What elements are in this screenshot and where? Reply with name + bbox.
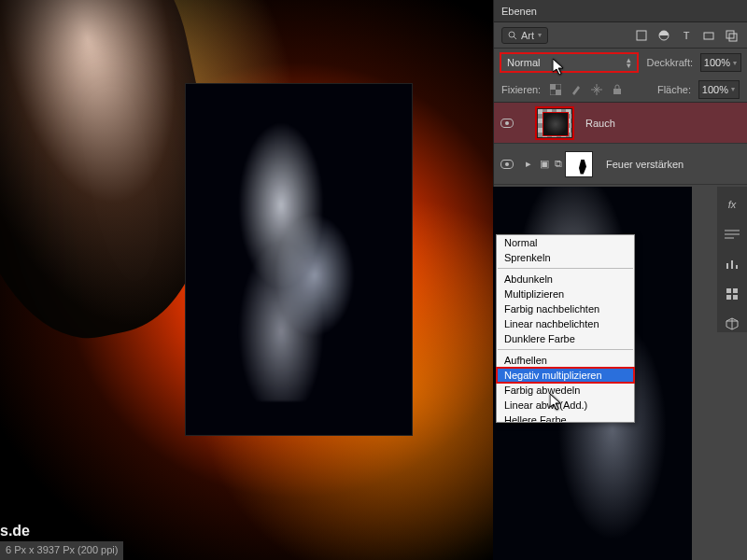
opacity-value: 100% xyxy=(704,57,730,68)
filter-type-dropdown[interactable]: Art ▾ xyxy=(501,27,548,44)
status-text: 6 Px x 3937 Px (200 ppi) xyxy=(6,544,118,555)
link-icon: ⧉ xyxy=(552,158,565,170)
opacity-input[interactable]: 100% ▾ xyxy=(700,53,741,72)
layer-name[interactable]: Feuer verstärken xyxy=(606,159,684,170)
svg-rect-5 xyxy=(726,31,734,38)
visibility-toggle[interactable] xyxy=(500,119,514,128)
layer-thumbnail[interactable] xyxy=(537,108,572,138)
svg-rect-9 xyxy=(556,90,561,95)
panel-tabbar: Ebenen xyxy=(494,0,747,22)
filter-smart-icon[interactable] xyxy=(723,27,740,44)
svg-line-1 xyxy=(514,36,516,39)
smoke-layer-placed[interactable] xyxy=(185,83,413,436)
filter-adjust-icon[interactable] xyxy=(655,27,672,44)
fill-value: 100% xyxy=(702,84,728,95)
fill-input[interactable]: 100% ▾ xyxy=(698,80,740,99)
opacity-label: Deckkraft: xyxy=(646,57,693,68)
blend-option[interactable]: Negativ multiplizieren xyxy=(497,368,634,383)
layer-list: Rauch ▸ ▣ ⧉ Feuer verstärken xyxy=(494,103,747,185)
svg-rect-15 xyxy=(733,288,738,293)
folder-icon: ▣ xyxy=(537,158,552,170)
chevron-down-icon: ▾ xyxy=(538,31,542,39)
lock-pixels-icon[interactable] xyxy=(569,82,584,97)
blend-option[interactable]: Farbig nachbelichten xyxy=(497,301,634,316)
menu-separator xyxy=(498,349,633,350)
canvas[interactable]: s.de 6 Px x 3937 Px (200 ppi) xyxy=(0,0,493,560)
fx-icon[interactable]: fx xyxy=(724,196,740,213)
svg-rect-17 xyxy=(733,295,738,300)
chevron-down-icon: ▾ xyxy=(731,85,735,93)
layer-mask-thumbnail[interactable] xyxy=(565,151,593,177)
tab-layers[interactable]: Ebenen xyxy=(501,6,537,17)
svg-rect-6 xyxy=(729,34,737,41)
svg-rect-4 xyxy=(704,33,713,39)
blend-row: Normal ▴▾ Deckkraft: 100% ▾ xyxy=(494,49,747,77)
filter-type-icon[interactable]: T xyxy=(678,27,695,44)
layer-row-rauch[interactable]: Rauch xyxy=(494,103,747,144)
collapsed-panels: fx xyxy=(717,187,747,332)
layer-row-feuer[interactable]: ▸ ▣ ⧉ Feuer verstärken xyxy=(494,144,747,185)
svg-rect-8 xyxy=(550,84,556,90)
expand-arrow-icon[interactable]: ▸ xyxy=(520,158,537,170)
search-icon xyxy=(508,31,517,40)
blend-mode-value: Normal xyxy=(507,57,540,68)
blend-option[interactable]: Normal xyxy=(497,235,634,250)
lock-label: Fixieren: xyxy=(501,84,541,95)
filter-shape-icon[interactable] xyxy=(700,27,717,44)
lock-transparent-icon[interactable] xyxy=(548,82,563,97)
filter-label: Art xyxy=(521,30,534,41)
blend-option[interactable]: Dunklere Farbe xyxy=(497,331,634,346)
filter-pixel-icon[interactable] xyxy=(633,27,650,44)
svg-rect-10 xyxy=(613,89,621,94)
blend-option[interactable]: Aufhellen xyxy=(497,353,634,368)
blend-option[interactable]: Farbig abwedeln xyxy=(497,383,634,398)
blend-option[interactable]: Abdunkeln xyxy=(497,272,634,287)
lock-all-icon[interactable] xyxy=(610,82,625,97)
fill-label: Fläche: xyxy=(657,84,691,95)
blend-option[interactable]: Sprenkeln xyxy=(497,250,634,265)
visibility-toggle[interactable] xyxy=(500,160,514,169)
blend-mode-menu[interactable]: NormalSprenkelnAbdunkelnMultiplizierenFa… xyxy=(496,234,635,423)
svg-rect-14 xyxy=(726,288,731,293)
paragraph-icon[interactable] xyxy=(724,226,740,243)
cube-icon[interactable] xyxy=(724,315,740,332)
lock-row: Fixieren: Fläche: 100% ▾ xyxy=(494,77,747,103)
svg-rect-2 xyxy=(637,31,646,40)
updown-icon: ▴▾ xyxy=(627,57,631,68)
watermark-text: s.de xyxy=(0,523,30,539)
blend-option[interactable]: Linear abw. (Add.) xyxy=(497,398,634,413)
layer-name[interactable]: Rauch xyxy=(585,118,615,129)
blend-option[interactable]: Linear nachbelichten xyxy=(497,316,634,331)
filter-bar: Art ▾ T xyxy=(494,22,747,49)
menu-separator xyxy=(498,268,633,269)
lock-position-icon[interactable] xyxy=(589,82,604,97)
blend-option[interactable]: Hellere Farbe xyxy=(497,413,634,422)
svg-rect-16 xyxy=(726,295,731,300)
blend-mode-dropdown[interactable]: Normal ▴▾ xyxy=(500,52,639,73)
adjust-icon[interactable] xyxy=(724,256,740,273)
status-bar: s.de 6 Px x 3937 Px (200 ppi) xyxy=(0,541,123,560)
blend-option[interactable]: Multiplizieren xyxy=(497,287,634,301)
chevron-down-icon: ▾ xyxy=(733,59,737,67)
properties-icon[interactable] xyxy=(724,286,740,302)
